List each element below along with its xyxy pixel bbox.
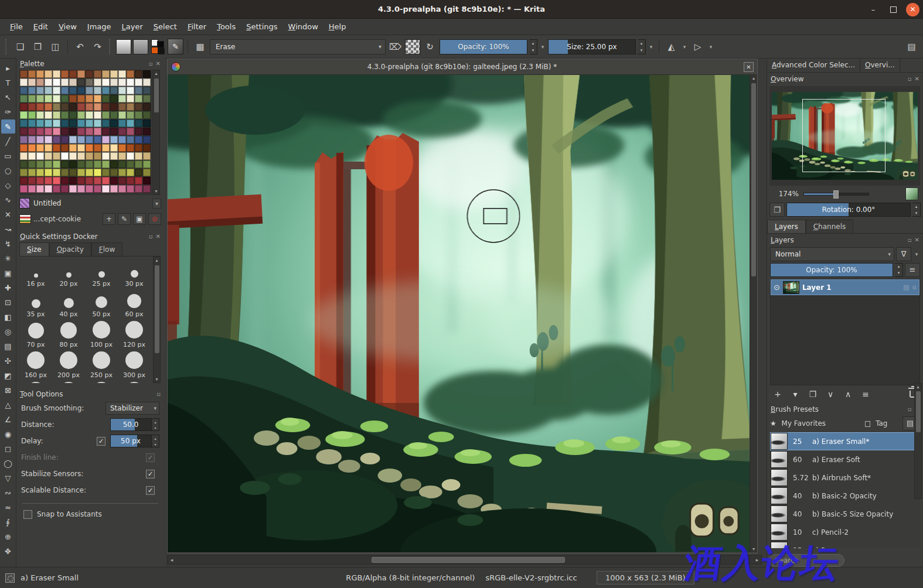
add-layer-button[interactable]: + — [772, 388, 784, 401]
tool-rectangle[interactable]: ▭ — [1, 149, 15, 163]
tool-polygonal-select[interactable]: ▽ — [1, 471, 15, 485]
palette-swatch[interactable] — [86, 128, 93, 135]
undo-button[interactable]: ↶ — [72, 39, 88, 54]
save-palette-button[interactable]: ▣ — [133, 213, 146, 225]
tool-smart-patch[interactable]: ✣ — [1, 354, 15, 368]
palette-swatch[interactable] — [127, 152, 134, 160]
tool-option-dropdown[interactable]: Stabilizer▾ — [105, 402, 159, 415]
palette-swatch[interactable] — [61, 136, 69, 143]
move-layer-down-button[interactable]: ∨ — [825, 388, 836, 401]
palette-swatch[interactable] — [94, 169, 101, 176]
blend-mode-dropdown[interactable]: Normal ▾ — [770, 247, 894, 261]
brush-preset-row[interactable]: 5.72b) Airbrush Soft* — [770, 469, 920, 487]
layer-filter-options[interactable]: ▾ — [913, 251, 920, 257]
palette-swatch[interactable] — [36, 152, 44, 160]
palette-swatch[interactable] — [20, 119, 28, 127]
scroll-down-icon[interactable]: ▾ — [153, 189, 159, 194]
brush-size-option[interactable]: 16 px — [19, 259, 52, 289]
palette-swatch[interactable] — [118, 169, 126, 176]
palette-swatch[interactable] — [28, 152, 36, 160]
brush-size-option[interactable]: 120 px — [118, 320, 151, 350]
palette-swatch[interactable] — [143, 111, 151, 119]
tab-overview[interactable]: Overvi... — [860, 59, 900, 72]
spin-down-icon[interactable]: ▾ — [895, 270, 902, 276]
palette-swatch[interactable] — [110, 78, 118, 86]
palette-swatch[interactable] — [28, 87, 36, 94]
palette-swatch[interactable] — [102, 103, 110, 111]
palette-swatch[interactable] — [36, 185, 44, 193]
spin-down-icon[interactable]: ▾ — [912, 210, 920, 216]
secondary-bg-swatch[interactable] — [158, 47, 165, 54]
tool-text[interactable]: T — [1, 76, 15, 90]
palette-swatch[interactable] — [77, 128, 85, 135]
palette-color-swatch[interactable] — [19, 198, 30, 208]
palette-swatch[interactable] — [45, 185, 52, 193]
current-preset-icon[interactable] — [5, 573, 15, 583]
palette-swatch[interactable] — [45, 119, 52, 127]
redo-button[interactable]: ↷ — [90, 39, 105, 54]
palette-swatch[interactable] — [86, 95, 93, 102]
spin-up-icon[interactable]: ▴ — [152, 435, 159, 441]
palette-swatch[interactable] — [143, 185, 151, 193]
snap-to-assistants-checkbox[interactable] — [23, 510, 32, 519]
palette-swatch[interactable] — [135, 152, 142, 160]
add-layer-options-button[interactable]: ▾ — [789, 388, 801, 401]
palette-swatch[interactable] — [143, 136, 151, 143]
canvas-horizontal-scrollbar[interactable]: ◂ ▸ — [167, 555, 762, 565]
palette-swatch[interactable] — [135, 119, 142, 127]
tab-advanced-color-selector[interactable]: Advanced Color Selec... — [767, 59, 860, 72]
palette-swatch[interactable] — [69, 103, 77, 111]
palette-swatch[interactable] — [45, 169, 52, 176]
spin-down-icon[interactable]: ▾ — [529, 47, 537, 54]
palette-swatch[interactable] — [53, 136, 60, 143]
tool-ellipse[interactable]: ○ — [1, 163, 15, 177]
tool-fill[interactable]: ◩ — [1, 368, 15, 382]
scroll-right-icon[interactable]: ▸ — [753, 556, 761, 564]
palette-swatch[interactable] — [36, 78, 44, 86]
palette-swatch[interactable] — [110, 152, 118, 160]
tool-ellipse-select[interactable]: ◯ — [1, 456, 15, 470]
palette-swatch[interactable] — [77, 160, 85, 168]
palette-swatch[interactable] — [69, 144, 77, 152]
palette-swatch[interactable] — [135, 160, 142, 168]
palette-scrollbar[interactable]: ▴ ▾ — [152, 70, 160, 195]
tool-multibrush[interactable]: ✳ — [1, 251, 15, 265]
overview-thumbnail[interactable] — [769, 86, 920, 186]
palette-swatch[interactable] — [77, 185, 85, 193]
palette-swatch[interactable] — [45, 177, 52, 184]
palette-swatch[interactable] — [53, 87, 60, 94]
layer-filter-button[interactable]: ∇ — [896, 247, 911, 261]
float-docker-icon[interactable]: ▫ — [908, 406, 912, 412]
palette-swatch[interactable] — [45, 87, 52, 94]
palette-swatch[interactable] — [36, 160, 44, 168]
palette-swatch[interactable] — [69, 70, 77, 78]
palette-swatch[interactable] — [135, 78, 142, 86]
layer-properties-button[interactable]: ≡ — [860, 388, 871, 401]
palette-swatch[interactable] — [118, 95, 126, 102]
palette-swatch[interactable] — [110, 136, 118, 143]
palette-swatch[interactable] — [53, 144, 60, 152]
close-button[interactable]: ✕ — [906, 3, 919, 16]
palette-swatch[interactable] — [61, 177, 69, 184]
palette-swatch[interactable] — [110, 95, 118, 102]
brush-size-option[interactable]: 40 px — [52, 289, 85, 320]
menu-view[interactable]: View — [53, 20, 82, 33]
palette-swatch[interactable] — [127, 119, 134, 127]
size-spinner[interactable]: ▴ ▾ — [638, 39, 646, 54]
brush-size-option[interactable] — [118, 381, 151, 383]
duplicate-layer-button[interactable]: ❐ — [807, 388, 819, 401]
eraser-mode-button[interactable]: ⌦ — [387, 39, 403, 54]
palette-swatch[interactable] — [36, 111, 44, 119]
overview-pin-button[interactable] — [905, 187, 918, 200]
tool-option-checkbox[interactable]: ✓ — [146, 486, 155, 495]
palette-swatch[interactable] — [61, 128, 69, 135]
palette-swatch[interactable] — [118, 111, 126, 119]
palette-swatch[interactable] — [143, 169, 151, 176]
palette-swatch[interactable] — [53, 152, 60, 160]
palette-swatch[interactable] — [143, 152, 151, 160]
layer-lock-icon[interactable]: ▨ — [903, 283, 909, 291]
layer-opacity-spinner[interactable]: ▴ ▾ — [895, 263, 903, 277]
layer-view-options-button[interactable]: ≡ — [905, 263, 920, 277]
preset-search-input[interactable]: Search — [768, 554, 844, 567]
toolbar-grip[interactable] — [109, 39, 113, 54]
